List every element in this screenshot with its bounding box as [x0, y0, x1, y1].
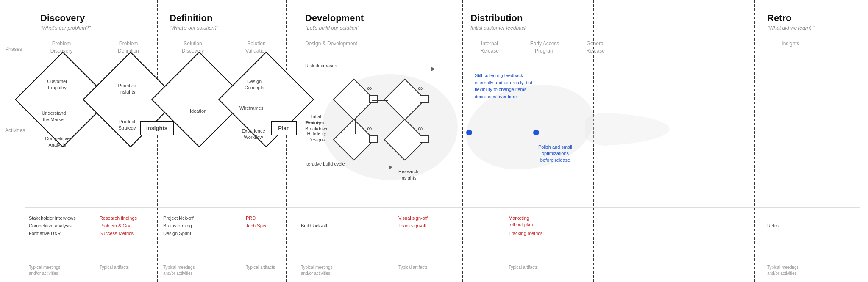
def-meeting-2: Brainstorming [163, 223, 192, 229]
divider-development [462, 0, 463, 282]
def-meeting-3: Design Sprint [163, 230, 191, 237]
development-sub1: Design & Development [305, 40, 357, 47]
insights-badge-bg: Insights [140, 121, 174, 135]
plan-badge-label: Plan [278, 124, 289, 132]
def-meetings-label: Typical meetingsand/or activities [163, 265, 195, 276]
disc-artifact-3: Success Metrics [100, 230, 134, 237]
research-insights: Research Insights [398, 169, 418, 182]
retro-sub1: Insights [771, 40, 810, 47]
disc-meetings-label: Typical meetingsand/or activities [29, 265, 60, 276]
disc-artifact-2: Problem & Goal [100, 223, 133, 229]
retro-title: Retro [767, 12, 791, 25]
insights-badge-label: Insights [146, 124, 167, 132]
dev-meeting-1: Build kick-off [301, 223, 327, 229]
development-title: Development [305, 12, 364, 25]
discovery-act-competitive: Competitive Analysis [38, 135, 76, 149]
disc-meeting-1: Stakeholder interviews [29, 215, 76, 221]
proto-inf-4: ∞ [418, 124, 423, 133]
definition-subtitle: "What's our solution?" [170, 25, 219, 32]
retro-meeting-1: Retro [767, 223, 779, 229]
def-artifact-1: PRD [246, 215, 256, 221]
page-layout: Discovery "What's our problem?" Phases A… [0, 0, 868, 282]
def-meeting-1: Project kick-off [163, 215, 194, 221]
definition-sub2: Solution Validation [237, 40, 275, 55]
dist-callout: Still collecting feedback internally and… [475, 72, 559, 100]
dist-artifact-2: Tracking metrics [509, 230, 542, 237]
plan-badge-bg: Plan [271, 121, 297, 135]
divider-discovery [157, 0, 158, 282]
definition-title: Definition [170, 12, 212, 25]
proto-arrow-right-v [406, 118, 406, 134]
proto-inf-1: ∞ [367, 84, 372, 93]
proto-rect-1 [369, 95, 378, 103]
proto-rect-2 [420, 95, 429, 103]
definition-act-ideation: Ideation [190, 108, 206, 114]
proto-arrow-left-v [355, 118, 356, 134]
iterative-arrow [305, 167, 390, 167]
risk-arrow [305, 69, 432, 69]
dev-meetings-label: Typical meetingsand/or activities [301, 265, 332, 276]
disc-meeting-2: Competitive analysis [29, 223, 72, 229]
artifacts-divider [25, 207, 860, 208]
definition-act-design: Design Concepts [235, 78, 273, 91]
disc-artifact-1: Research findings [100, 215, 137, 221]
phases-row-label: Phases [5, 46, 22, 53]
disc-artifacts-label: Typical artifacts [100, 265, 129, 271]
dist-artifact-1: Marketing roll-out plan [509, 215, 533, 228]
divider-retro [754, 0, 755, 282]
blue-dot-1 [466, 130, 472, 135]
definition-act-wire: Wireframes [239, 105, 263, 111]
discovery-subtitle: "What's our problem?" [40, 25, 91, 32]
disc-meeting-3: Formative UXR [29, 230, 61, 237]
dist-blob-taper [585, 112, 670, 146]
retro-subtitle: "What did we learn?" [767, 25, 814, 32]
distribution-sub3: General Release [576, 40, 615, 55]
blue-dot-2 [533, 130, 539, 135]
proto-inf-3: ∞ [367, 124, 372, 133]
discovery-sub2: Problem Definition [109, 40, 147, 55]
feature-breakdown: Feature Breakdown [305, 119, 328, 133]
proto-inf-2: ∞ [418, 84, 423, 93]
proto-arrow-bottom [372, 141, 388, 141]
proto-arrow-top [372, 100, 388, 101]
dev-artifacts-label: Typical artifacts [398, 265, 428, 271]
discovery-act-market: Understand the Market [35, 110, 73, 123]
distribution-sub2: Early Access Program [526, 40, 564, 55]
activities-row-label: Activities [5, 127, 25, 134]
discovery-act-empathy: Customer Empathy [38, 78, 76, 91]
distribution-title: Distribution [470, 12, 523, 25]
distribution-sub1: Internal Release [470, 40, 509, 55]
polish-callout: Polish and small optimizations before re… [521, 144, 589, 163]
development-subtitle: "Let's build our solution" [305, 25, 359, 32]
definition-sub1: Solution Discovery [174, 40, 212, 55]
discovery-title: Discovery [40, 12, 85, 25]
dist-artifacts-label: Typical artifacts [509, 265, 538, 271]
def-artifact-2: Tech Spec [246, 223, 267, 229]
definition-act-exp: Experience Workflow [234, 128, 273, 141]
proto-rect-4 [420, 135, 429, 143]
retro-meetings-label: Typical meetingsand/or activities [767, 265, 798, 276]
distribution-subtitle: Initial customer feedback [470, 25, 527, 32]
proto-rect-3 [369, 135, 378, 143]
dev-artifact-2: Team sign-off [398, 223, 426, 229]
divider-definition [286, 0, 287, 282]
dev-artifact-1: Visual sign-off [398, 215, 428, 221]
discovery-act-prioritize: Prioritize Insights [108, 83, 146, 96]
def-artifacts-label: Typical artifacts [246, 265, 275, 271]
